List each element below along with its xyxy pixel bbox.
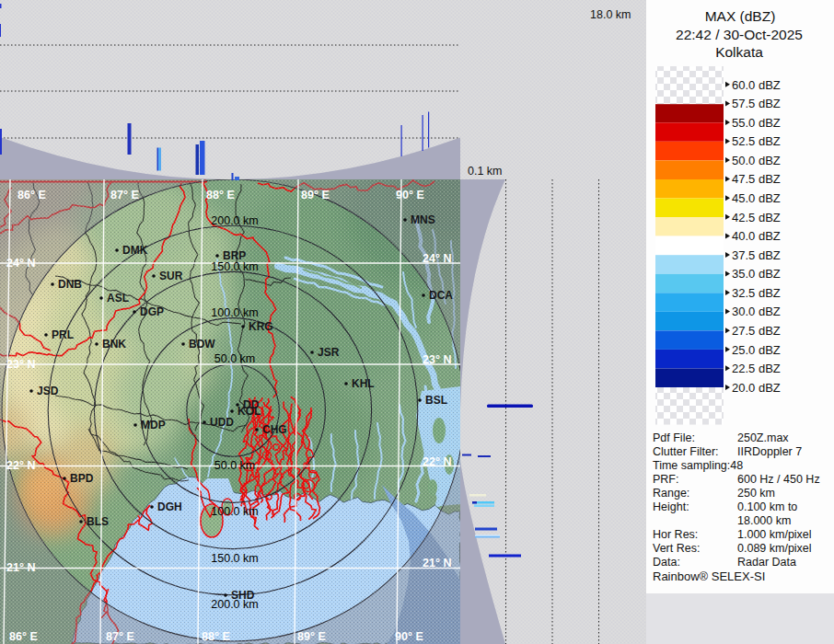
svg-text:Clutter Filter:: Clutter Filter: [653, 445, 719, 458]
svg-text:37.5 dBZ: 37.5 dBZ [732, 248, 781, 262]
svg-text:57.5 dBZ: 57.5 dBZ [732, 97, 781, 110]
svg-text:90° E: 90° E [396, 189, 424, 201]
svg-text:35.0 dBZ: 35.0 dBZ [732, 267, 781, 281]
svg-text:50.0 km: 50.0 km [214, 352, 255, 365]
svg-text:45.0 dBZ: 45.0 dBZ [732, 191, 781, 205]
svg-text:24° N: 24° N [423, 252, 451, 265]
svg-text:Range:: Range: [653, 487, 689, 500]
svg-text:21° N: 21° N [6, 561, 35, 574]
svg-text:20.0 dBZ: 20.0 dBZ [732, 381, 781, 395]
svg-text:100.0 km: 100.0 km [211, 306, 258, 319]
svg-text:27.5 dBZ: 27.5 dBZ [732, 324, 781, 338]
svg-text:Rainbow® SELEX-SI: Rainbow® SELEX-SI [653, 569, 765, 583]
svg-text:IIRDoppler 7: IIRDoppler 7 [737, 445, 802, 458]
svg-text:Height:: Height: [653, 500, 689, 513]
svg-text:BNK: BNK [102, 338, 126, 351]
svg-text:23° N: 23° N [423, 353, 451, 366]
svg-text:JSD: JSD [37, 385, 59, 397]
svg-text:24° N: 24° N [6, 257, 35, 270]
svg-text:DMK: DMK [122, 244, 148, 257]
svg-text:ASL: ASL [107, 292, 129, 305]
svg-text:BSL: BSL [425, 394, 447, 407]
svg-text:89° E: 89° E [301, 189, 330, 201]
svg-text:Data:: Data: [653, 556, 680, 569]
svg-text:SUR: SUR [159, 270, 183, 282]
svg-text:89° E: 89° E [297, 630, 326, 643]
svg-text:DNB: DNB [58, 278, 82, 291]
svg-text:Radar Data: Radar Data [737, 556, 796, 569]
svg-text:21° N: 21° N [423, 557, 451, 569]
svg-text:42.5 dBZ: 42.5 dBZ [732, 211, 781, 224]
svg-text:PRL: PRL [52, 328, 74, 341]
svg-text:DCA: DCA [429, 289, 453, 302]
svg-text:22° N: 22° N [423, 455, 451, 468]
svg-text:50.0 km: 50.0 km [214, 459, 255, 472]
svg-text:40.0 dBZ: 40.0 dBZ [732, 229, 781, 243]
svg-text:87° E: 87° E [110, 189, 139, 201]
svg-text:100.0 km: 100.0 km [211, 505, 258, 518]
svg-text:600 Hz / 450 Hz: 600 Hz / 450 Hz [737, 473, 820, 486]
svg-text:86° E: 86° E [9, 630, 38, 643]
svg-text:BDW: BDW [189, 338, 215, 351]
svg-text:0.1 km: 0.1 km [468, 165, 503, 178]
svg-text:MNS: MNS [411, 213, 435, 226]
svg-text:52.5 dBZ: 52.5 dBZ [732, 134, 781, 148]
svg-text:Kolkata: Kolkata [715, 44, 763, 60]
svg-text:KOL: KOL [237, 405, 261, 418]
svg-text:88° E: 88° E [206, 189, 235, 201]
svg-text:DGH: DGH [157, 500, 182, 513]
svg-text:0.100 km to: 0.100 km to [737, 500, 797, 513]
svg-text:88° E: 88° E [202, 630, 230, 643]
svg-text:Vert Res:: Vert Res: [653, 542, 700, 555]
svg-text:Time sampling:48: Time sampling:48 [653, 459, 743, 472]
svg-text:BPD: BPD [70, 472, 94, 485]
svg-text:23° N: 23° N [6, 358, 35, 371]
svg-text:150.0 km: 150.0 km [211, 260, 258, 273]
svg-text:KRG: KRG [249, 320, 273, 333]
svg-text:MAX (dBZ): MAX (dBZ) [705, 8, 776, 24]
svg-text:22.5 dBZ: 22.5 dBZ [732, 362, 781, 375]
svg-text:CHG: CHG [262, 423, 287, 436]
svg-text:200.0 km: 200.0 km [211, 214, 258, 227]
svg-text:22:42 / 30-Oct-2025: 22:42 / 30-Oct-2025 [676, 27, 803, 42]
svg-text:18.0 km: 18.0 km [590, 8, 631, 21]
svg-text:22° N: 22° N [6, 459, 35, 472]
svg-text:BRP: BRP [223, 249, 246, 262]
svg-text:47.5 dBZ: 47.5 dBZ [732, 172, 781, 186]
svg-text:18.000 km: 18.000 km [737, 514, 791, 527]
svg-text:PRF:: PRF: [653, 473, 678, 486]
svg-text:0.089 km/pixel: 0.089 km/pixel [737, 542, 812, 555]
svg-text:DGP: DGP [140, 305, 164, 318]
svg-text:30.0 dBZ: 30.0 dBZ [732, 305, 781, 318]
svg-text:SHD: SHD [231, 589, 255, 602]
svg-text:JSR: JSR [318, 346, 340, 359]
svg-text:MDP: MDP [141, 419, 166, 431]
svg-text:50.0 dBZ: 50.0 dBZ [732, 154, 781, 167]
svg-text:BLS: BLS [87, 515, 109, 528]
svg-text:UDD: UDD [210, 416, 234, 429]
svg-text:60.0 dBZ: 60.0 dBZ [732, 78, 781, 92]
svg-text:32.5 dBZ: 32.5 dBZ [732, 286, 781, 300]
svg-text:1.000 km/pixel: 1.000 km/pixel [737, 528, 812, 541]
svg-text:55.0 dBZ: 55.0 dBZ [732, 116, 781, 130]
svg-text:Hor Res:: Hor Res: [653, 528, 698, 541]
svg-text:KHL: KHL [352, 377, 375, 390]
svg-text:87° E: 87° E [106, 630, 134, 643]
svg-text:150.0 km: 150.0 km [211, 552, 258, 565]
svg-text:86° E: 86° E [17, 189, 46, 201]
svg-text:90° E: 90° E [395, 630, 423, 643]
svg-text:25.0 dBZ: 25.0 dBZ [732, 343, 781, 357]
svg-text:Pdf File:: Pdf File: [653, 431, 695, 444]
svg-text:250 km: 250 km [737, 487, 775, 500]
svg-text:250Z.max: 250Z.max [737, 431, 789, 444]
